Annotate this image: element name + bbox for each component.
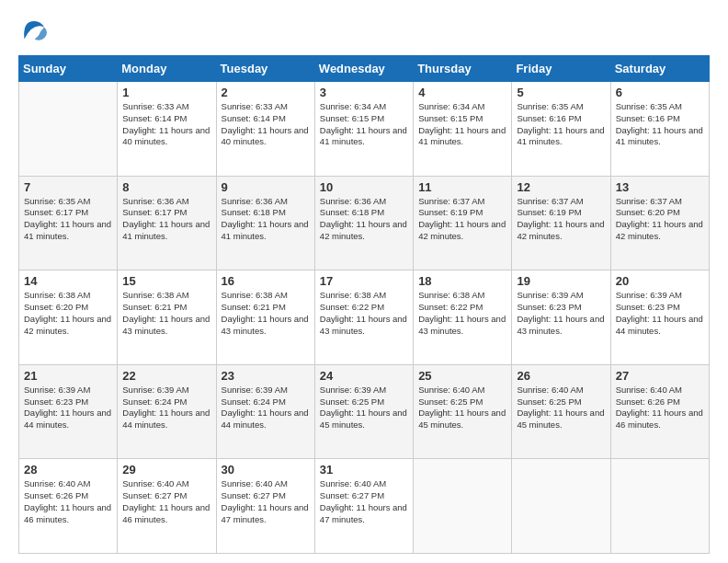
day-info: Sunrise: 6:35 AMSunset: 6:16 PMDaylight:… — [517, 101, 605, 148]
day-info: Sunrise: 6:35 AMSunset: 6:17 PMDaylight:… — [24, 196, 112, 243]
calendar-table: SundayMondayTuesdayWednesdayThursdayFrid… — [18, 55, 710, 554]
day-info: Sunrise: 6:40 AMSunset: 6:26 PMDaylight:… — [616, 385, 704, 431]
day-number: 12 — [517, 180, 605, 194]
day-info: Sunrise: 6:34 AMSunset: 6:15 PMDaylight:… — [320, 101, 408, 148]
day-info: Sunrise: 6:35 AMSunset: 6:16 PMDaylight:… — [616, 101, 704, 148]
day-info: Sunrise: 6:39 AMSunset: 6:23 PMDaylight:… — [24, 385, 112, 431]
day-number: 27 — [616, 369, 704, 383]
calendar-cell — [610, 459, 709, 554]
day-info: Sunrise: 6:40 AMSunset: 6:25 PMDaylight:… — [418, 385, 506, 431]
calendar-cell: 11Sunrise: 6:37 AMSunset: 6:19 PMDayligh… — [414, 176, 512, 270]
day-number: 25 — [418, 369, 506, 383]
calendar-cell: 25Sunrise: 6:40 AMSunset: 6:25 PMDayligh… — [414, 364, 512, 459]
week-row-3: 14Sunrise: 6:38 AMSunset: 6:20 PMDayligh… — [19, 270, 710, 365]
calendar-cell: 24Sunrise: 6:39 AMSunset: 6:25 PMDayligh… — [314, 364, 413, 459]
day-info: Sunrise: 6:40 AMSunset: 6:27 PMDaylight:… — [122, 478, 210, 525]
day-number: 5 — [517, 86, 605, 99]
day-info: Sunrise: 6:33 AMSunset: 6:14 PMDaylight:… — [222, 101, 310, 148]
day-info: Sunrise: 6:39 AMSunset: 6:24 PMDaylight:… — [222, 385, 310, 431]
calendar-cell: 2Sunrise: 6:33 AMSunset: 6:14 PMDaylight… — [216, 82, 314, 177]
calendar-cell: 12Sunrise: 6:37 AMSunset: 6:19 PMDayligh… — [512, 176, 610, 270]
day-info: Sunrise: 6:40 AMSunset: 6:27 PMDaylight:… — [320, 478, 408, 525]
calendar-cell: 21Sunrise: 6:39 AMSunset: 6:23 PMDayligh… — [19, 364, 118, 459]
calendar-cell: 9Sunrise: 6:36 AMSunset: 6:18 PMDaylight… — [216, 176, 314, 270]
day-number: 11 — [418, 180, 506, 194]
day-info: Sunrise: 6:39 AMSunset: 6:23 PMDaylight:… — [616, 290, 704, 337]
day-info: Sunrise: 6:36 AMSunset: 6:18 PMDaylight:… — [320, 196, 408, 243]
calendar-cell: 3Sunrise: 6:34 AMSunset: 6:15 PMDaylight… — [314, 82, 413, 177]
weekday-thursday: Thursday — [414, 56, 512, 82]
logo — [18, 18, 51, 44]
weekday-wednesday: Wednesday — [314, 56, 413, 82]
day-number: 17 — [320, 274, 408, 288]
day-info: Sunrise: 6:37 AMSunset: 6:19 PMDaylight:… — [517, 196, 605, 243]
calendar-cell: 4Sunrise: 6:34 AMSunset: 6:15 PMDaylight… — [414, 82, 512, 177]
day-number: 19 — [517, 274, 605, 288]
day-info: Sunrise: 6:37 AMSunset: 6:20 PMDaylight:… — [616, 196, 704, 243]
day-info: Sunrise: 6:38 AMSunset: 6:22 PMDaylight:… — [320, 290, 408, 337]
calendar-cell: 7Sunrise: 6:35 AMSunset: 6:17 PMDaylight… — [19, 176, 118, 270]
day-number: 31 — [320, 463, 408, 477]
week-row-5: 28Sunrise: 6:40 AMSunset: 6:26 PMDayligh… — [19, 459, 710, 554]
calendar-cell: 28Sunrise: 6:40 AMSunset: 6:26 PMDayligh… — [19, 459, 118, 554]
weekday-monday: Monday — [118, 56, 216, 82]
day-number: 3 — [320, 86, 408, 99]
day-info: Sunrise: 6:39 AMSunset: 6:24 PMDaylight:… — [122, 385, 210, 431]
week-row-2: 7Sunrise: 6:35 AMSunset: 6:17 PMDaylight… — [19, 176, 710, 270]
calendar-cell — [414, 459, 512, 554]
day-info: Sunrise: 6:40 AMSunset: 6:26 PMDaylight:… — [24, 478, 112, 525]
day-info: Sunrise: 6:36 AMSunset: 6:18 PMDaylight:… — [222, 196, 310, 243]
calendar-cell: 6Sunrise: 6:35 AMSunset: 6:16 PMDaylight… — [610, 82, 709, 177]
calendar-cell: 30Sunrise: 6:40 AMSunset: 6:27 PMDayligh… — [216, 459, 314, 554]
calendar-cell: 16Sunrise: 6:38 AMSunset: 6:21 PMDayligh… — [216, 270, 314, 365]
weekday-header-row: SundayMondayTuesdayWednesdayThursdayFrid… — [19, 56, 710, 82]
weekday-tuesday: Tuesday — [216, 56, 314, 82]
logo-icon — [18, 18, 48, 44]
day-number: 2 — [222, 86, 310, 99]
day-number: 10 — [320, 180, 408, 194]
calendar-cell: 17Sunrise: 6:38 AMSunset: 6:22 PMDayligh… — [314, 270, 413, 365]
page: SundayMondayTuesdayWednesdayThursdayFrid… — [0, 0, 728, 563]
calendar-cell: 14Sunrise: 6:38 AMSunset: 6:20 PMDayligh… — [19, 270, 118, 365]
calendar-cell: 22Sunrise: 6:39 AMSunset: 6:24 PMDayligh… — [118, 364, 216, 459]
calendar-cell: 5Sunrise: 6:35 AMSunset: 6:16 PMDaylight… — [512, 82, 610, 177]
week-row-4: 21Sunrise: 6:39 AMSunset: 6:23 PMDayligh… — [19, 364, 710, 459]
day-info: Sunrise: 6:39 AMSunset: 6:23 PMDaylight:… — [517, 290, 605, 337]
day-info: Sunrise: 6:38 AMSunset: 6:20 PMDaylight:… — [24, 290, 112, 337]
calendar-cell: 23Sunrise: 6:39 AMSunset: 6:24 PMDayligh… — [216, 364, 314, 459]
day-number: 15 — [122, 274, 210, 288]
header — [18, 18, 710, 44]
calendar-cell: 15Sunrise: 6:38 AMSunset: 6:21 PMDayligh… — [118, 270, 216, 365]
calendar-cell: 31Sunrise: 6:40 AMSunset: 6:27 PMDayligh… — [314, 459, 413, 554]
day-number: 4 — [418, 86, 506, 99]
calendar-cell: 26Sunrise: 6:40 AMSunset: 6:25 PMDayligh… — [512, 364, 610, 459]
day-number: 18 — [418, 274, 506, 288]
weekday-saturday: Saturday — [610, 56, 709, 82]
calendar-cell: 1Sunrise: 6:33 AMSunset: 6:14 PMDaylight… — [118, 82, 216, 177]
day-number: 6 — [616, 86, 704, 99]
day-number: 22 — [122, 369, 210, 383]
day-number: 30 — [222, 463, 310, 477]
calendar-cell: 10Sunrise: 6:36 AMSunset: 6:18 PMDayligh… — [314, 176, 413, 270]
day-info: Sunrise: 6:34 AMSunset: 6:15 PMDaylight:… — [418, 101, 506, 148]
day-info: Sunrise: 6:38 AMSunset: 6:21 PMDaylight:… — [122, 290, 210, 337]
calendar-cell: 18Sunrise: 6:38 AMSunset: 6:22 PMDayligh… — [414, 270, 512, 365]
day-number: 23 — [222, 369, 310, 383]
week-row-1: 1Sunrise: 6:33 AMSunset: 6:14 PMDaylight… — [19, 82, 710, 177]
day-info: Sunrise: 6:40 AMSunset: 6:25 PMDaylight:… — [517, 385, 605, 431]
day-info: Sunrise: 6:38 AMSunset: 6:21 PMDaylight:… — [222, 290, 310, 337]
calendar-cell: 19Sunrise: 6:39 AMSunset: 6:23 PMDayligh… — [512, 270, 610, 365]
day-number: 28 — [24, 463, 112, 477]
day-info: Sunrise: 6:38 AMSunset: 6:22 PMDaylight:… — [418, 290, 506, 337]
calendar-cell: 8Sunrise: 6:36 AMSunset: 6:17 PMDaylight… — [118, 176, 216, 270]
day-number: 29 — [122, 463, 210, 477]
day-info: Sunrise: 6:33 AMSunset: 6:14 PMDaylight:… — [122, 101, 210, 148]
day-number: 7 — [24, 180, 112, 194]
calendar-cell: 20Sunrise: 6:39 AMSunset: 6:23 PMDayligh… — [610, 270, 709, 365]
day-number: 8 — [122, 180, 210, 194]
calendar-cell: 29Sunrise: 6:40 AMSunset: 6:27 PMDayligh… — [118, 459, 216, 554]
weekday-sunday: Sunday — [19, 56, 118, 82]
calendar-cell: 27Sunrise: 6:40 AMSunset: 6:26 PMDayligh… — [610, 364, 709, 459]
day-number: 14 — [24, 274, 112, 288]
day-number: 26 — [517, 369, 605, 383]
